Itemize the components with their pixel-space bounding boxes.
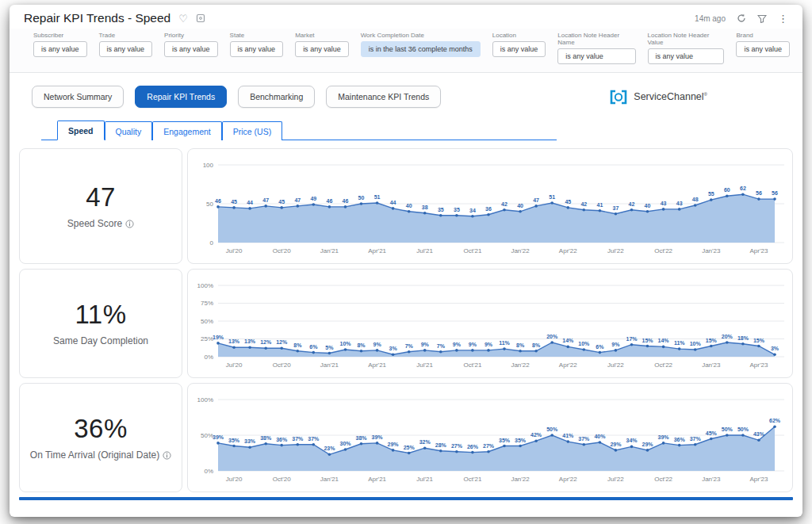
- svg-text:62: 62: [740, 186, 746, 191]
- svg-text:Jul'21: Jul'21: [416, 361, 433, 369]
- svg-text:50%: 50%: [737, 426, 749, 432]
- svg-text:10%: 10%: [578, 341, 590, 346]
- tab-price-us[interactable]: Price (US): [222, 121, 282, 140]
- svg-text:38%: 38%: [355, 434, 367, 440]
- svg-text:Oct'21: Oct'21: [463, 247, 481, 254]
- svg-text:Jan'22: Jan'22: [511, 361, 530, 369]
- svg-text:12%: 12%: [276, 339, 288, 345]
- svg-text:Apr'23: Apr'23: [749, 361, 768, 369]
- kpi-row-speed-score: 47Speed Score100500Jul'20Oct'20Jan'21Apr…: [19, 148, 793, 264]
- svg-text:37%: 37%: [690, 435, 702, 441]
- filter-subscriber: Subscriberis any value: [33, 32, 87, 57]
- svg-text:25%: 25%: [404, 444, 416, 449]
- trend-chart-same-day-completion[interactable]: 100%75%50%25%0%Jul'20Oct'20Jan'21Apr'21J…: [187, 269, 793, 378]
- svg-text:50%: 50%: [201, 317, 213, 324]
- svg-text:15%: 15%: [753, 337, 765, 342]
- svg-text:Apr'22: Apr'22: [559, 476, 577, 483]
- embed-window-icon[interactable]: [196, 13, 205, 23]
- svg-text:Apr'22: Apr'22: [559, 361, 577, 369]
- filter-value-input[interactable]: is any value: [33, 41, 87, 57]
- svg-text:Apr'21: Apr'21: [368, 361, 386, 369]
- charts-area: 47Speed Score100500Jul'20Oct'20Jan'21Apr…: [10, 140, 802, 492]
- filter-value-input[interactable]: is any value: [736, 41, 790, 57]
- kebab-menu-icon[interactable]: ⋮: [778, 13, 788, 25]
- dashboard-sheet: Repair KPI Trends - Speed ♡ 14m ago ⋮ Su…: [10, 5, 802, 517]
- filter-location-note-header-name: Location Note Header Nameis any value: [557, 32, 635, 64]
- svg-text:43: 43: [676, 200, 683, 205]
- svg-text:3%: 3%: [389, 346, 398, 351]
- svg-text:Jul'20: Jul'20: [226, 247, 243, 254]
- nav-button-repair-kpi-trends[interactable]: Repair KPI Trends: [135, 86, 227, 108]
- svg-text:9%: 9%: [453, 341, 462, 346]
- svg-text:Jan'22: Jan'22: [511, 247, 530, 254]
- svg-text:49: 49: [310, 196, 316, 201]
- svg-text:50%: 50%: [201, 431, 213, 438]
- svg-text:46: 46: [327, 197, 333, 203]
- svg-text:Oct'21: Oct'21: [463, 476, 481, 483]
- svg-text:Jul'20: Jul'20: [226, 476, 243, 483]
- filter-value-input[interactable]: is any value: [99, 41, 153, 57]
- filter-market: Marketis any value: [295, 32, 349, 57]
- svg-text:Oct'22: Oct'22: [654, 476, 672, 483]
- svg-text:13%: 13%: [244, 338, 256, 344]
- svg-text:27%: 27%: [451, 442, 463, 448]
- svg-text:12%: 12%: [260, 339, 272, 345]
- bottom-accent-bar: [19, 497, 793, 500]
- svg-text:37%: 37%: [578, 435, 590, 441]
- brand-name: ServiceChannel®: [634, 91, 707, 102]
- svg-text:Oct'20: Oct'20: [273, 476, 291, 483]
- trend-chart-speed-score[interactable]: 100500Jul'20Oct'20Jan'21Apr'21Jul'21Oct'…: [187, 148, 793, 264]
- svg-text:42: 42: [629, 201, 635, 206]
- svg-text:50: 50: [358, 195, 365, 201]
- svg-text:39%: 39%: [658, 434, 670, 439]
- filter-value-input[interactable]: is in the last 36 complete months: [361, 41, 481, 57]
- trend-chart-on-time-arrival-original-date[interactable]: 100%50%0%Jul'20Oct'20Jan'21Apr'21Jul'21O…: [187, 383, 793, 492]
- svg-text:55: 55: [708, 191, 714, 197]
- area-chart-svg[interactable]: 100500Jul'20Oct'20Jan'21Apr'21Jul'21Oct'…: [193, 153, 787, 256]
- nav-button-benchmarking[interactable]: Benchmarking: [238, 86, 315, 108]
- svg-text:15%: 15%: [642, 337, 653, 342]
- nav-button-network-summary[interactable]: Network Summary: [32, 86, 124, 108]
- svg-text:56: 56: [756, 190, 762, 196]
- refresh-icon[interactable]: [737, 13, 746, 23]
- tab-engagement[interactable]: Engagement: [152, 121, 222, 140]
- filter-label: Location Note Header Name: [557, 32, 635, 46]
- svg-text:Apr'23: Apr'23: [749, 476, 768, 483]
- filter-value-input[interactable]: is any value: [295, 41, 349, 57]
- svg-text:6%: 6%: [596, 343, 604, 349]
- svg-text:39%: 39%: [213, 434, 224, 439]
- svg-text:Jul'21: Jul'21: [416, 476, 433, 483]
- svg-text:50%: 50%: [722, 426, 733, 432]
- svg-text:20%: 20%: [546, 334, 558, 339]
- svg-text:9%: 9%: [469, 341, 477, 346]
- svg-text:50%: 50%: [546, 426, 558, 432]
- filter-value-input[interactable]: is any value: [557, 48, 635, 64]
- nav-button-maintenance-kpi-trends[interactable]: Maintenance KPI Trends: [326, 86, 441, 108]
- filter-value-input[interactable]: is any value: [230, 41, 284, 57]
- filter-funnel-icon[interactable]: [757, 14, 767, 23]
- svg-text:39%: 39%: [372, 434, 384, 439]
- svg-text:46: 46: [343, 197, 349, 203]
- info-icon[interactable]: [163, 451, 171, 460]
- area-chart-svg[interactable]: 100%75%50%25%0%Jul'20Oct'20Jan'21Apr'21J…: [193, 273, 787, 370]
- area-chart-svg[interactable]: 100%50%0%Jul'20Oct'20Jan'21Apr'21Jul'21O…: [193, 388, 787, 484]
- kpi-card-speed-score: 47Speed Score: [19, 148, 182, 264]
- kpi-card-on-time-arrival-original-date: 36%On Time Arrival (Original Date): [19, 383, 182, 492]
- svg-text:41%: 41%: [562, 433, 574, 438]
- svg-text:38%: 38%: [260, 434, 272, 440]
- filter-value-input[interactable]: is any value: [648, 48, 725, 64]
- filter-label: Brand: [736, 32, 790, 39]
- tab-quality[interactable]: Quality: [105, 121, 153, 140]
- svg-text:8%: 8%: [357, 342, 366, 347]
- svg-text:17%: 17%: [626, 335, 638, 341]
- filter-value-input[interactable]: is any value: [492, 41, 546, 57]
- tab-speed[interactable]: Speed: [57, 120, 105, 140]
- svg-text:29%: 29%: [610, 441, 622, 446]
- filter-value-input[interactable]: is any value: [164, 41, 218, 57]
- info-icon[interactable]: [125, 220, 134, 228]
- svg-text:47: 47: [262, 197, 269, 202]
- filter-state: Stateis any value: [230, 32, 284, 57]
- kpi-row-same-day-completion: 11%Same Day Completion100%75%50%25%0%Jul…: [19, 269, 793, 378]
- favorite-heart-icon[interactable]: ♡: [178, 13, 188, 24]
- svg-text:9%: 9%: [611, 341, 620, 346]
